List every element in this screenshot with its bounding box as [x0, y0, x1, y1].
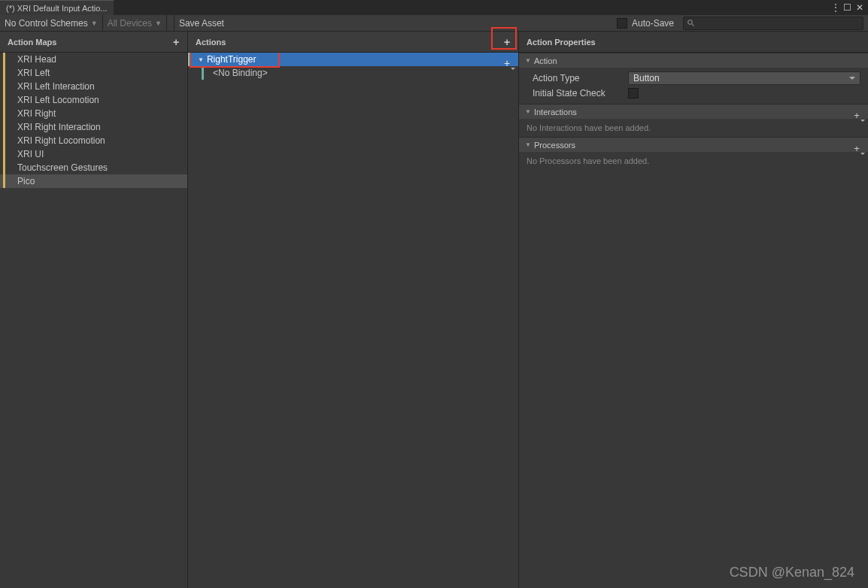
add-processor-button[interactable]: + — [850, 141, 863, 155]
control-schemes-dropdown[interactable]: No Control Schemes▼ — [0, 15, 103, 32]
action-type-dropdown[interactable]: Button — [628, 71, 860, 85]
action-maps-list: XRI HeadXRI LeftXRI Left InteractionXRI … — [0, 53, 187, 588]
close-icon[interactable]: ✕ — [856, 2, 863, 13]
action-item-righttrigger[interactable]: ▼ RightTrigger + — [188, 53, 518, 66]
map-color-bar — [3, 147, 5, 161]
expand-icon[interactable]: ▼ — [198, 56, 204, 63]
action-map-item[interactable]: XRI Right Locomotion — [0, 134, 187, 147]
window-tab[interactable]: (*) XRI Default Input Actio... — [0, 0, 114, 15]
collapse-icon: ▼ — [525, 57, 531, 64]
action-map-item[interactable]: XRI Left Locomotion — [0, 93, 187, 107]
search-icon — [687, 19, 695, 27]
interactions-section-header[interactable]: ▼ Interactions + — [519, 104, 868, 119]
save-asset-button[interactable]: Save Asset — [175, 15, 229, 32]
binding-color-bar — [202, 66, 204, 80]
action-section-header[interactable]: ▼ Action — [519, 53, 868, 68]
actions-list: ▼ RightTrigger + <No Binding> — [188, 53, 518, 588]
actions-panel: Actions + ▼ RightTrigger + <No Binding> — [188, 32, 519, 588]
map-color-bar — [3, 53, 5, 66]
map-color-bar — [3, 107, 5, 120]
properties-header: Action Properties — [519, 32, 868, 53]
map-color-bar — [3, 134, 5, 147]
initial-state-label: Initial State Check — [527, 88, 628, 99]
collapse-icon: ▼ — [525, 108, 531, 115]
map-color-bar — [3, 174, 5, 188]
action-map-item[interactable]: XRI Head — [0, 53, 187, 66]
map-color-bar — [3, 120, 5, 134]
collapse-icon: ▼ — [525, 141, 531, 148]
highlight-add-action — [491, 27, 517, 50]
autosave-toggle[interactable]: Auto-Save — [609, 18, 681, 29]
action-properties-panel: Action Properties ▼ Action Action Type B… — [519, 32, 868, 588]
map-color-bar — [3, 161, 5, 174]
action-map-item[interactable]: XRI Right Interaction — [0, 120, 187, 134]
maximize-icon[interactable]: ☐ — [843, 2, 851, 13]
action-maps-header: Action Maps + — [0, 32, 187, 53]
action-map-item[interactable]: Pico — [0, 174, 187, 188]
action-map-item[interactable]: XRI Left — [0, 66, 187, 80]
window-controls: ⋮ ☐ ✕ — [831, 2, 868, 13]
tab-bar: (*) XRI Default Input Actio... ⋮ ☐ ✕ — [0, 0, 868, 15]
initial-state-checkbox[interactable] — [628, 88, 639, 99]
add-binding-button[interactable]: + — [500, 56, 514, 70]
actions-header: Actions + — [188, 32, 518, 53]
search-input[interactable] — [683, 17, 863, 30]
action-map-item[interactable]: XRI Left Interaction — [0, 80, 187, 93]
map-color-bar — [3, 66, 5, 80]
add-interaction-button[interactable]: + — [850, 108, 863, 122]
action-color-bar — [188, 53, 190, 66]
action-type-label: Action Type — [527, 73, 628, 83]
action-map-item[interactable]: XRI UI — [0, 147, 187, 161]
action-map-item[interactable]: Touchscreen Gestures — [0, 161, 187, 174]
map-color-bar — [3, 93, 5, 107]
svg-line-1 — [692, 24, 694, 26]
interactions-empty-text: No Interactions have been added. — [519, 119, 868, 137]
devices-dropdown[interactable]: All Devices▼ — [103, 15, 167, 32]
toolbar: No Control Schemes▼ All Devices▼ Save As… — [0, 15, 868, 32]
add-action-map-button[interactable]: + — [169, 35, 183, 49]
menu-icon[interactable]: ⋮ — [831, 2, 839, 13]
processors-section-header[interactable]: ▼ Processors + — [519, 137, 868, 152]
binding-item[interactable]: <No Binding> — [188, 66, 518, 80]
action-maps-panel: Action Maps + XRI HeadXRI LeftXRI Left I… — [0, 32, 188, 588]
action-map-item[interactable]: XRI Right — [0, 107, 187, 120]
watermark-text: CSDN @Kenan_824 — [730, 565, 854, 580]
svg-point-0 — [688, 20, 693, 25]
processors-empty-text: No Processors have been added. — [519, 152, 868, 170]
map-color-bar — [3, 80, 5, 93]
checkbox-icon[interactable] — [617, 18, 627, 29]
